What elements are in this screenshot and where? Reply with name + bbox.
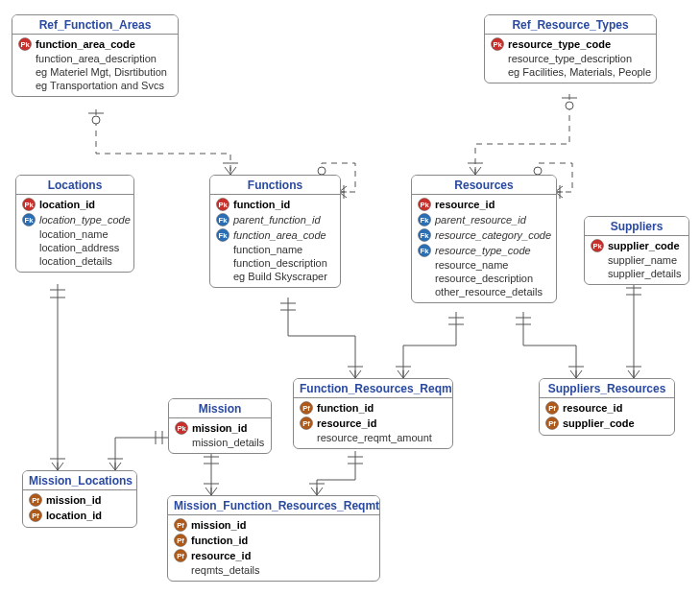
- attribute-text: eg Build Skyscraper: [216, 271, 327, 282]
- svg-text:Pf: Pf: [548, 419, 556, 428]
- entity-title: Suppliers_Resources: [540, 379, 674, 398]
- attribute-text: resource_type_code: [508, 38, 611, 50]
- attribute-text: function_id: [233, 199, 290, 210]
- attribute-row: Pf function_id: [298, 400, 448, 416]
- entity-ref-resource-types[interactable]: Ref_Resource_Types Pk resource_type_code…: [484, 14, 657, 83]
- entity-body: Pk resource_id Fk parent_resource_id Fk …: [412, 195, 556, 302]
- svg-text:Fk: Fk: [219, 231, 229, 240]
- svg-text:Pk: Pk: [592, 242, 602, 250]
- entity-suppliers[interactable]: Suppliers Pk supplier_code supplier_name…: [584, 216, 689, 285]
- attribute-text: supplier_code: [608, 240, 680, 251]
- pk-icon: Pk: [491, 37, 504, 51]
- svg-text:Pk: Pk: [420, 201, 429, 209]
- pf-icon: Pf: [300, 416, 313, 430]
- attribute-text: eg Transportation and Svcs: [18, 80, 164, 91]
- attribute-row: Pf supplier_code: [543, 416, 670, 431]
- entity-title: Locations: [16, 176, 133, 195]
- attribute-text: location_id: [46, 510, 102, 521]
- entity-body: Pf mission_id Pf function_id Pf resource…: [168, 515, 379, 581]
- attribute-text: location_name: [22, 228, 109, 240]
- entity-suppliers-resources[interactable]: Suppliers_Resources Pf resource_id Pf su…: [539, 378, 675, 436]
- svg-text:Pk: Pk: [177, 424, 186, 433]
- attribute-text: resource_category_code: [435, 229, 551, 241]
- entity-mission[interactable]: Mission Pk mission_id mission_details: [168, 398, 272, 454]
- entity-ref-function-areas[interactable]: Ref_Function_Areas Pk function_area_code…: [12, 14, 179, 97]
- attribute-row: location_name: [20, 227, 130, 241]
- attribute-text: location_address: [22, 242, 119, 253]
- entity-body: Pk function_area_code function_area_desc…: [12, 35, 178, 96]
- entity-title: Ref_Function_Areas: [12, 15, 178, 35]
- attribute-row: Pf resource_id: [172, 548, 375, 563]
- entity-body: Pk mission_id mission_details: [169, 418, 271, 453]
- pf-icon: Pf: [29, 493, 42, 507]
- pf-icon: Pf: [174, 534, 187, 547]
- svg-point-3: [92, 116, 100, 124]
- svg-point-10: [318, 167, 326, 175]
- entity-body: Pk function_id Fk parent_function_id Fk …: [210, 195, 340, 287]
- attribute-text: eg Facilities, Materials, People: [491, 66, 651, 78]
- entity-body: Pf mission_id Pf location_id: [23, 490, 136, 527]
- attribute-text: resource_id: [317, 417, 376, 429]
- entity-functions[interactable]: Functions Pk function_id Fk parent_funct…: [209, 175, 341, 288]
- attribute-text: function_name: [216, 244, 302, 255]
- attribute-text: eg Materiel Mgt, Disrtibution: [18, 66, 167, 78]
- svg-text:Fk: Fk: [421, 247, 430, 255]
- attribute-row: Fk resource_type_code: [416, 243, 552, 258]
- pf-icon: Pf: [174, 518, 187, 532]
- entity-locations[interactable]: Locations Pk location_id Fk location_typ…: [15, 175, 134, 273]
- entity-title: Mission: [169, 399, 271, 418]
- entity-title: Suppliers: [585, 217, 688, 236]
- svg-point-12: [534, 167, 542, 175]
- entity-title: Mission_Locations: [23, 471, 136, 490]
- entity-title: Mission_Function_Resources_Reqmts: [168, 496, 379, 515]
- attribute-row: Fk function_area_code: [214, 227, 336, 243]
- entity-title: Function_Resources_Reqmts: [294, 379, 452, 398]
- entity-body: Pf resource_id Pf supplier_code: [540, 398, 674, 435]
- attribute-row: reqmts_details: [172, 563, 375, 577]
- svg-text:Pk: Pk: [24, 201, 34, 209]
- entity-resources[interactable]: Resources Pk resource_id Fk parent_resou…: [411, 175, 557, 303]
- svg-text:Pf: Pf: [177, 521, 184, 530]
- attribute-text: resource_reqmt_amount: [300, 432, 432, 443]
- attribute-text: resource_type_code: [435, 245, 531, 256]
- attribute-row: eg Facilities, Materials, People: [489, 65, 652, 79]
- pk-icon: Pk: [591, 239, 604, 252]
- attribute-text: resource_id: [563, 402, 622, 414]
- entity-title: Functions: [210, 176, 340, 195]
- svg-text:Fk: Fk: [421, 231, 430, 240]
- attribute-text: supplier_name: [591, 254, 677, 266]
- attribute-text: supplier_details: [591, 268, 681, 279]
- svg-text:Pk: Pk: [493, 40, 502, 49]
- pf-icon: Pf: [29, 509, 42, 522]
- entity-body: Pk resource_type_code resource_type_desc…: [485, 35, 656, 83]
- attribute-row: function_description: [214, 256, 336, 270]
- attribute-row: Pf resource_id: [543, 400, 670, 416]
- svg-text:Pf: Pf: [548, 404, 556, 413]
- attribute-row: Pk mission_id: [173, 420, 267, 436]
- svg-text:Pf: Pf: [177, 536, 184, 545]
- attribute-row: Pk function_id: [214, 197, 336, 212]
- attribute-text: function_area_code: [36, 38, 135, 50]
- attribute-text: function_area_description: [18, 53, 157, 64]
- svg-text:Pk: Pk: [20, 40, 30, 49]
- attribute-row: eg Materiel Mgt, Disrtibution: [16, 65, 174, 79]
- attribute-text: function_description: [216, 257, 327, 269]
- attribute-row: Pk resource_type_code: [489, 36, 652, 52]
- attribute-text: resource_type_description: [491, 53, 632, 64]
- entity-function-resources-reqmts[interactable]: Function_Resources_Reqmts Pf function_id…: [293, 378, 453, 449]
- svg-text:Fk: Fk: [421, 216, 430, 225]
- attribute-row: resource_name: [416, 258, 552, 272]
- svg-text:Pf: Pf: [302, 404, 310, 413]
- attribute-row: mission_details: [173, 436, 267, 449]
- attribute-text: parent_function_id: [233, 214, 321, 226]
- attribute-text: mission_id: [46, 494, 101, 506]
- attribute-text: parent_resource_id: [435, 214, 526, 226]
- attribute-row: supplier_name: [589, 253, 685, 267]
- fk-icon: Fk: [418, 244, 431, 257]
- svg-text:Pk: Pk: [218, 201, 228, 209]
- entity-body: Pk location_id Fk location_type_code loc…: [16, 195, 133, 272]
- entity-mission-function-resources-reqmts[interactable]: Mission_Function_Resources_Reqmts Pf mis…: [167, 495, 380, 582]
- entity-mission-locations[interactable]: Mission_Locations Pf mission_id Pf locat…: [22, 470, 137, 528]
- attribute-row: function_area_description: [16, 52, 174, 65]
- fk-icon: Fk: [216, 213, 229, 226]
